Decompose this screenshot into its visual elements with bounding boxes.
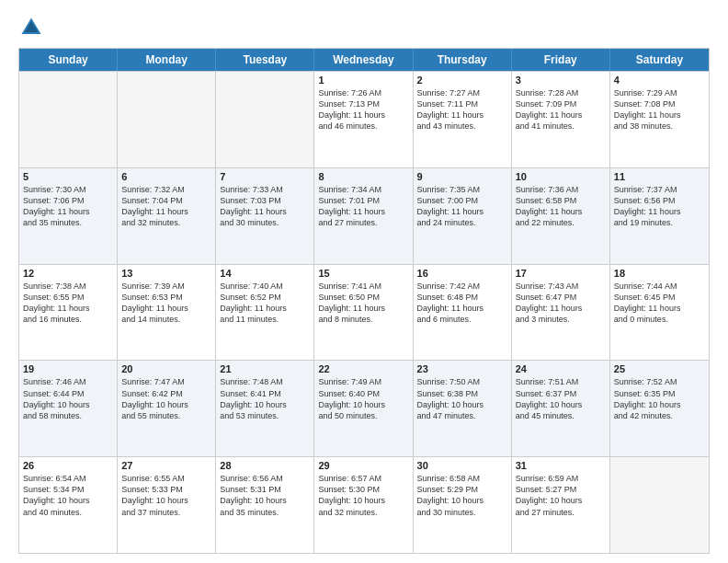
calendar: SundayMondayTuesdayWednesdayThursdayFrid… — [18, 48, 710, 554]
day-info: Sunrise: 7:29 AM Sunset: 7:08 PM Dayligh… — [614, 87, 705, 132]
day-cell-19: 19Sunrise: 7:46 AM Sunset: 6:44 PM Dayli… — [19, 361, 118, 456]
day-cell-empty-0-0 — [19, 72, 118, 167]
day-info: Sunrise: 7:40 AM Sunset: 6:52 PM Dayligh… — [220, 281, 310, 326]
day-number: 1 — [318, 75, 408, 86]
day-info: Sunrise: 6:59 AM Sunset: 5:27 PM Dayligh… — [516, 473, 606, 518]
day-cell-8: 8Sunrise: 7:34 AM Sunset: 7:01 PM Daylig… — [314, 168, 413, 264]
page: SundayMondayTuesdayWednesdayThursdayFrid… — [0, 0, 728, 563]
day-number: 16 — [417, 268, 507, 279]
weekday-header-wednesday: Wednesday — [314, 49, 413, 71]
day-number: 17 — [516, 268, 606, 279]
day-info: Sunrise: 7:34 AM Sunset: 7:01 PM Dayligh… — [318, 184, 408, 229]
day-info: Sunrise: 7:48 AM Sunset: 6:41 PM Dayligh… — [220, 376, 310, 421]
day-cell-31: 31Sunrise: 6:59 AM Sunset: 5:27 PM Dayli… — [512, 457, 610, 553]
calendar-row-3: 12Sunrise: 7:38 AM Sunset: 6:55 PM Dayli… — [19, 264, 709, 361]
day-info: Sunrise: 7:35 AM Sunset: 7:00 PM Dayligh… — [417, 184, 507, 229]
weekday-header-thursday: Thursday — [414, 49, 512, 71]
day-number: 30 — [417, 460, 507, 471]
day-number: 21 — [220, 363, 310, 374]
day-info: Sunrise: 7:50 AM Sunset: 6:38 PM Dayligh… — [417, 376, 507, 421]
day-number: 18 — [614, 268, 705, 279]
day-cell-1: 1Sunrise: 7:26 AM Sunset: 7:13 PM Daylig… — [314, 72, 413, 167]
day-cell-22: 22Sunrise: 7:49 AM Sunset: 6:40 PM Dayli… — [314, 361, 413, 456]
day-cell-12: 12Sunrise: 7:38 AM Sunset: 6:55 PM Dayli… — [19, 265, 118, 361]
day-number: 8 — [318, 171, 408, 182]
day-cell-28: 28Sunrise: 6:56 AM Sunset: 5:31 PM Dayli… — [216, 457, 314, 553]
day-number: 4 — [614, 75, 705, 86]
day-cell-3: 3Sunrise: 7:28 AM Sunset: 7:09 PM Daylig… — [512, 72, 610, 167]
day-cell-25: 25Sunrise: 7:52 AM Sunset: 6:35 PM Dayli… — [610, 361, 709, 456]
day-number: 15 — [318, 268, 408, 279]
day-info: Sunrise: 7:52 AM Sunset: 6:35 PM Dayligh… — [614, 376, 705, 421]
weekday-header-tuesday: Tuesday — [216, 49, 314, 71]
day-info: Sunrise: 7:36 AM Sunset: 6:58 PM Dayligh… — [516, 184, 606, 229]
day-number: 7 — [220, 171, 310, 182]
day-info: Sunrise: 7:51 AM Sunset: 6:37 PM Dayligh… — [516, 376, 606, 421]
logo — [18, 15, 48, 40]
day-info: Sunrise: 6:55 AM Sunset: 5:33 PM Dayligh… — [121, 473, 211, 518]
day-info: Sunrise: 7:38 AM Sunset: 6:55 PM Dayligh… — [23, 281, 113, 326]
day-info: Sunrise: 7:44 AM Sunset: 6:45 PM Dayligh… — [614, 281, 705, 326]
day-cell-10: 10Sunrise: 7:36 AM Sunset: 6:58 PM Dayli… — [512, 168, 610, 264]
day-cell-17: 17Sunrise: 7:43 AM Sunset: 6:47 PM Dayli… — [512, 265, 610, 361]
day-info: Sunrise: 7:49 AM Sunset: 6:40 PM Dayligh… — [318, 376, 408, 421]
day-cell-20: 20Sunrise: 7:47 AM Sunset: 6:42 PM Dayli… — [118, 361, 216, 456]
day-number: 24 — [516, 363, 606, 374]
day-number: 20 — [121, 363, 211, 374]
calendar-row-2: 5Sunrise: 7:30 AM Sunset: 7:06 PM Daylig… — [19, 167, 709, 264]
day-number: 14 — [220, 268, 310, 279]
day-cell-23: 23Sunrise: 7:50 AM Sunset: 6:38 PM Dayli… — [414, 361, 512, 456]
calendar-row-5: 26Sunrise: 6:54 AM Sunset: 5:34 PM Dayli… — [19, 456, 709, 553]
day-cell-21: 21Sunrise: 7:48 AM Sunset: 6:41 PM Dayli… — [216, 361, 314, 456]
day-number: 12 — [23, 268, 113, 279]
day-number: 29 — [318, 460, 408, 471]
calendar-row-4: 19Sunrise: 7:46 AM Sunset: 6:44 PM Dayli… — [19, 360, 709, 456]
day-info: Sunrise: 7:33 AM Sunset: 7:03 PM Dayligh… — [220, 184, 310, 229]
calendar-body: 1Sunrise: 7:26 AM Sunset: 7:13 PM Daylig… — [19, 71, 709, 553]
day-cell-15: 15Sunrise: 7:41 AM Sunset: 6:50 PM Dayli… — [314, 265, 413, 361]
day-info: Sunrise: 7:47 AM Sunset: 6:42 PM Dayligh… — [121, 376, 211, 421]
day-info: Sunrise: 7:43 AM Sunset: 6:47 PM Dayligh… — [516, 281, 606, 326]
day-cell-empty-4-6 — [610, 457, 709, 553]
weekday-header-saturday: Saturday — [610, 49, 709, 71]
day-info: Sunrise: 7:26 AM Sunset: 7:13 PM Dayligh… — [318, 87, 408, 132]
header — [18, 15, 710, 40]
day-number: 10 — [516, 171, 606, 182]
day-info: Sunrise: 6:58 AM Sunset: 5:29 PM Dayligh… — [417, 473, 507, 518]
day-cell-18: 18Sunrise: 7:44 AM Sunset: 6:45 PM Dayli… — [610, 265, 709, 361]
weekday-header-monday: Monday — [118, 49, 216, 71]
day-number: 11 — [614, 171, 705, 182]
day-cell-24: 24Sunrise: 7:51 AM Sunset: 6:37 PM Dayli… — [512, 361, 610, 456]
day-info: Sunrise: 7:30 AM Sunset: 7:06 PM Dayligh… — [23, 184, 113, 229]
day-number: 19 — [23, 363, 113, 374]
day-number: 2 — [417, 75, 507, 86]
day-cell-empty-0-2 — [216, 72, 314, 167]
day-number: 6 — [121, 171, 211, 182]
calendar-row-1: 1Sunrise: 7:26 AM Sunset: 7:13 PM Daylig… — [19, 71, 709, 167]
day-number: 9 — [417, 171, 507, 182]
day-info: Sunrise: 6:54 AM Sunset: 5:34 PM Dayligh… — [23, 473, 113, 518]
day-number: 13 — [121, 268, 211, 279]
day-cell-29: 29Sunrise: 6:57 AM Sunset: 5:30 PM Dayli… — [314, 457, 413, 553]
day-number: 31 — [516, 460, 606, 471]
day-info: Sunrise: 7:39 AM Sunset: 6:53 PM Dayligh… — [121, 281, 211, 326]
day-cell-9: 9Sunrise: 7:35 AM Sunset: 7:00 PM Daylig… — [414, 168, 512, 264]
day-cell-6: 6Sunrise: 7:32 AM Sunset: 7:04 PM Daylig… — [118, 168, 216, 264]
day-number: 5 — [23, 171, 113, 182]
day-info: Sunrise: 6:57 AM Sunset: 5:30 PM Dayligh… — [318, 473, 408, 518]
day-cell-16: 16Sunrise: 7:42 AM Sunset: 6:48 PM Dayli… — [414, 265, 512, 361]
day-info: Sunrise: 6:56 AM Sunset: 5:31 PM Dayligh… — [220, 473, 310, 518]
day-cell-30: 30Sunrise: 6:58 AM Sunset: 5:29 PM Dayli… — [414, 457, 512, 553]
day-info: Sunrise: 7:46 AM Sunset: 6:44 PM Dayligh… — [23, 376, 113, 421]
day-cell-2: 2Sunrise: 7:27 AM Sunset: 7:11 PM Daylig… — [414, 72, 512, 167]
day-info: Sunrise: 7:41 AM Sunset: 6:50 PM Dayligh… — [318, 281, 408, 326]
day-number: 28 — [220, 460, 310, 471]
day-cell-13: 13Sunrise: 7:39 AM Sunset: 6:53 PM Dayli… — [118, 265, 216, 361]
day-cell-empty-0-1 — [118, 72, 216, 167]
day-number: 3 — [516, 75, 606, 86]
day-cell-4: 4Sunrise: 7:29 AM Sunset: 7:08 PM Daylig… — [610, 72, 709, 167]
day-cell-14: 14Sunrise: 7:40 AM Sunset: 6:52 PM Dayli… — [216, 265, 314, 361]
weekday-header-friday: Friday — [512, 49, 610, 71]
day-number: 25 — [614, 363, 705, 374]
day-info: Sunrise: 7:32 AM Sunset: 7:04 PM Dayligh… — [121, 184, 211, 229]
